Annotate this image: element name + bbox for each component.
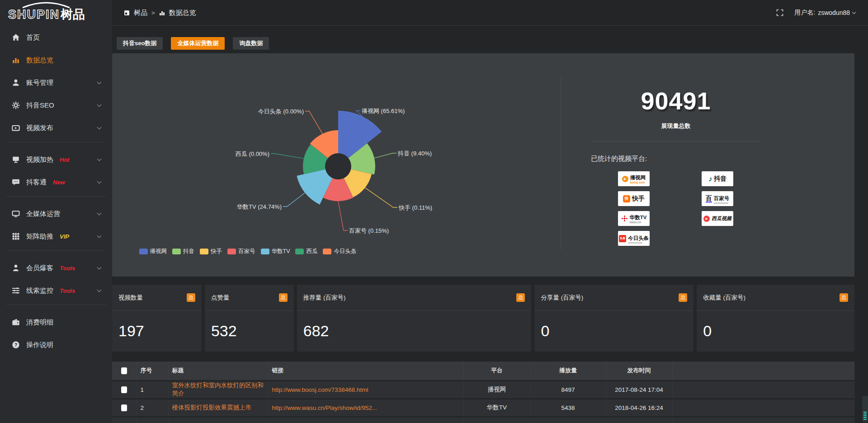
sidebar-item-home[interactable]: 首页 [0, 26, 112, 49]
sidebar-item-douketong[interactable]: 抖客通 New [0, 171, 112, 193]
total-badge: 总 [679, 293, 687, 302]
chat-bubble-icon [12, 178, 20, 186]
platforms-section-label: 已统计的视频平台: [591, 155, 647, 163]
logo-text-cn: 树品 [61, 8, 85, 21]
sidebar-item-label: 首页 [26, 33, 40, 42]
bar-chart-icon [12, 56, 20, 64]
sidebar-item-consumption-detail[interactable]: 消费明细 [0, 311, 112, 334]
douyin-logo-icon: ♪ [708, 175, 712, 183]
stat-card-1: 点赞量总532 [205, 285, 294, 352]
cell-empty [606, 417, 672, 423]
sidebar-item-label: 会员爆客 [26, 264, 53, 273]
platform-badge-toutiao: 头条 今日头条 [618, 231, 650, 246]
wasu-logo-icon [621, 215, 628, 222]
legend-item-4[interactable]: 华数TV [261, 248, 290, 255]
sidebar-item-matrix-boost[interactable]: 矩阵助推 VIP [0, 225, 112, 248]
row-checkbox[interactable] [121, 404, 127, 411]
xigua-logo-icon: ▶ [703, 216, 710, 222]
stat-card-header: 推荐量 (百家号)总 [297, 285, 532, 311]
sidebar-item-label: 抖音SEO [26, 101, 54, 110]
legend-item-2[interactable]: 快手 [200, 248, 222, 255]
chevron-down-icon [97, 234, 102, 238]
platform-name: 播视网 [630, 175, 646, 180]
legend-item-3[interactable]: 百家号 [227, 248, 255, 255]
sidebar-item-account-management[interactable]: 账号管理 [0, 71, 112, 94]
table-header-row: 序号标题链接平台播放量发布时间 [112, 362, 854, 381]
tab-inquiry-data[interactable]: 询盘数据 [233, 37, 269, 50]
stat-card-header: 分享量 (百家号)总 [534, 285, 693, 311]
platform-badge-douyin: ♪ 抖音 [702, 171, 733, 186]
legend-item-5[interactable]: 西瓜 [295, 248, 317, 255]
chevron-down-icon [97, 265, 102, 270]
chevron-down-icon [852, 10, 856, 14]
breadcrumb-root[interactable]: 树品 [134, 9, 147, 17]
platform-share-rose-chart: 播视网 (65.61%)抖音 (9.40%)快手 (0.11%)百家号 (0.1… [112, 53, 561, 277]
chevron-down-icon [97, 288, 102, 292]
table-row: 2楼体投影灯投影效果震撼上市http://www.wasu.cn/Play/sh… [112, 399, 854, 417]
gear-icon [12, 101, 20, 109]
cell-empty [137, 417, 168, 423]
user-menu[interactable]: 用户名: zswodun88 [794, 9, 855, 17]
sidebar-item-label: 矩阵助推 [26, 232, 53, 241]
legend-item-1[interactable]: 抖音 [172, 248, 194, 255]
person-icon [12, 264, 20, 272]
sidebar-item-label: 视频发布 [26, 124, 53, 132]
cell-time: 2018-04-26 16:24 [606, 399, 672, 417]
fullscreen-icon[interactable] [776, 9, 783, 16]
sidebar-divider [6, 142, 106, 142]
sidebar-item-label: 抖客通 [26, 178, 47, 187]
sidebar-item-omnimedia-operation[interactable]: 全媒体运营 [0, 202, 112, 225]
column-header-2: 链接 [268, 362, 463, 381]
sidebar-item-video-heating[interactable]: 视频加热 Hot [0, 148, 112, 171]
row-checkbox[interactable] [121, 386, 127, 393]
legend-label: 抖音 [183, 248, 194, 255]
user-label: 用户名: [794, 9, 815, 17]
legend-chip [172, 249, 181, 254]
tab-douyin-seo-data[interactable]: 抖音seo数据 [117, 37, 163, 50]
stat-card-header: 点赞量总 [205, 285, 294, 311]
sidebar-item-video-publish[interactable]: 视频发布 [0, 117, 112, 139]
platform-name: 快手 [632, 195, 645, 202]
total-badge: 总 [279, 293, 288, 302]
row-checkbox-cell [112, 399, 137, 417]
legend-label: 快手 [211, 248, 222, 255]
grid-icon [12, 232, 20, 240]
widget-stripe [863, 412, 867, 413]
widget-stripe [863, 417, 867, 418]
cell-url-link[interactable]: http://www.wasu.cn/Play/show/id/952... [268, 399, 463, 417]
tab-omnimedia-operation-data[interactable]: 全媒体运营数据 [171, 37, 225, 50]
table-row [112, 417, 854, 423]
cell-url-link[interactable]: http://www.boosj.com/7338468.html [268, 381, 463, 399]
chevron-down-icon [97, 103, 102, 107]
platform-sub: wasu.cn [630, 221, 647, 224]
stat-card-label: 视频数量 [118, 294, 143, 302]
sidebar-item-instructions[interactable]: ? 操作说明 [0, 334, 112, 356]
sidebar-item-label: 消费明细 [26, 318, 53, 327]
sidebar-item-data-overview[interactable]: 数据总览 [0, 49, 112, 71]
breadcrumb-current[interactable]: 数据总览 [169, 9, 196, 17]
stat-cards-row: 视频数量总197点赞量总532推荐量 (百家号)总682分享量 (百家号)总0收… [112, 285, 854, 352]
platform-name: 抖音 [714, 175, 726, 182]
sidebar-item-lead-monitoring[interactable]: 线索监控 Tools [0, 279, 112, 302]
cell-platform: 播视网 [463, 381, 530, 399]
platform-badge-wasu: 华数TVwasu.cn [618, 211, 650, 226]
sidebar-item-douyin-seo[interactable]: 抖音SEO [0, 94, 112, 117]
floating-widget[interactable] [862, 396, 868, 422]
cell-title-link[interactable]: 楼体投影灯投影效果震撼上市 [168, 399, 268, 417]
boosj-logo-icon: ▶ [622, 176, 628, 182]
stat-card-label: 收藏量 (百家号) [703, 294, 745, 302]
app-square-icon [124, 10, 130, 16]
cell-plays: 5438 [530, 399, 606, 417]
pie-center-hole [325, 153, 351, 179]
chevron-down-icon [97, 80, 102, 85]
sidebar-item-member-baoke[interactable]: 会员爆客 Tools [0, 257, 112, 279]
panel-divider [561, 78, 561, 249]
legend-item-0[interactable]: 播视网 [139, 248, 167, 255]
select-all-checkbox[interactable] [121, 367, 127, 374]
legend-item-6[interactable]: 今日头条 [323, 248, 356, 255]
pie-leader-line-4 [283, 193, 305, 207]
widget-stripe [863, 414, 867, 414]
cell-title-link[interactable]: 室外水纹灯和室内水纹灯的区别和简介 [168, 381, 268, 399]
toutiao-logo-icon: 头条 [619, 235, 626, 242]
sidebar-divider [6, 250, 106, 251]
